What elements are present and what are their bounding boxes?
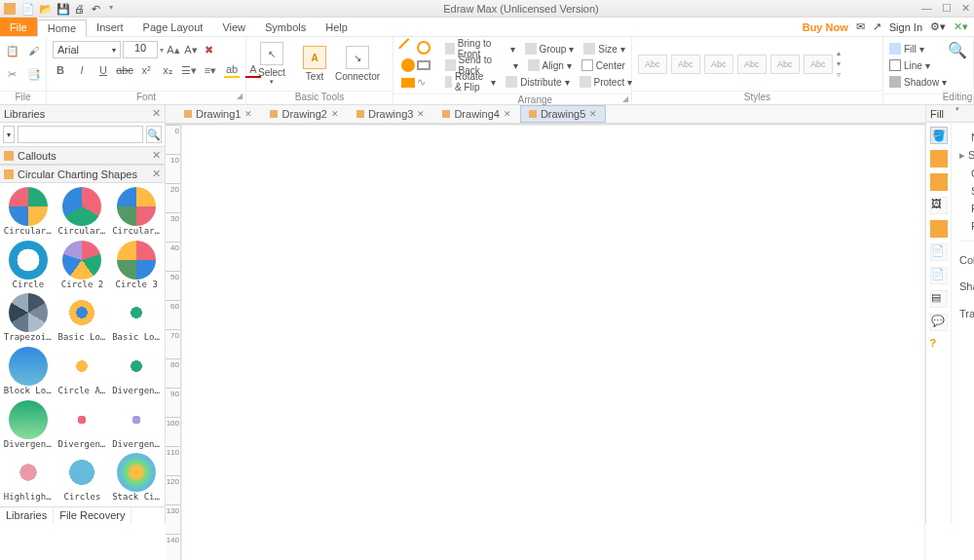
section-circular-charting[interactable]: Circular Charting Shapes✕: [0, 165, 165, 183]
shape-item[interactable]: Circles: [56, 453, 109, 503]
style-preset[interactable]: Abc: [737, 55, 767, 74]
fill-option[interactable]: Picture or texture fill: [959, 217, 974, 235]
format-painter-icon[interactable]: 🖌: [24, 41, 44, 60]
save-icon[interactable]: 💾: [56, 3, 68, 15]
font-launcher-icon[interactable]: ◢: [237, 92, 243, 100]
help-close-icon[interactable]: ✕▾: [954, 20, 968, 33]
maximize-button[interactable]: ☐: [942, 2, 952, 15]
style-preset[interactable]: Abc: [671, 55, 700, 74]
file-menu[interactable]: File: [0, 18, 37, 36]
clear-format-icon[interactable]: ✖: [201, 42, 216, 57]
curve-shape-icon[interactable]: ∿: [417, 76, 431, 90]
shape-item[interactable]: Highlight···: [2, 453, 55, 503]
minimize-button[interactable]: —: [921, 2, 932, 15]
shape-item[interactable]: Circular ···: [56, 187, 109, 237]
swatch-3-icon[interactable]: [930, 220, 948, 238]
shape-item[interactable]: Circular ···: [2, 187, 55, 237]
style-preset[interactable]: Abc: [770, 55, 800, 74]
tab-help[interactable]: Help: [316, 19, 357, 35]
print-icon[interactable]: 🖨: [74, 3, 86, 15]
arrange-launcher-icon[interactable]: ◢: [622, 94, 628, 103]
connector-tool[interactable]: ↘Connector: [338, 46, 377, 82]
shape-item[interactable]: Divergent···: [110, 400, 163, 450]
fill-tab-icon[interactable]: 🪣: [930, 127, 948, 144]
buy-now-link[interactable]: Buy Now: [803, 21, 848, 33]
doc-tab[interactable]: Drawing3✕: [348, 105, 433, 123]
mail-icon[interactable]: ✉: [856, 20, 865, 33]
find-icon[interactable]: 🔍: [948, 41, 967, 59]
fill-option[interactable]: Solid fill: [959, 146, 974, 165]
library-search-input[interactable]: [18, 126, 143, 143]
size-button[interactable]: Size ▾: [583, 41, 624, 56]
undo-icon[interactable]: ↶: [92, 3, 103, 15]
sign-in-link[interactable]: Sign In: [889, 21, 922, 33]
share-icon[interactable]: ↗: [873, 20, 881, 33]
paste-icon[interactable]: 📋: [3, 41, 22, 60]
shape-item[interactable]: Circle Ar···: [56, 347, 109, 396]
shape-item[interactable]: Trapezoid···: [2, 293, 55, 343]
fill-option[interactable]: Gradient fill: [959, 165, 974, 182]
dropdown-icon[interactable]: ▾: [109, 3, 121, 15]
shape-item[interactable]: Divergent···: [56, 400, 109, 450]
comment-icon[interactable]: 💬: [930, 314, 948, 331]
shrink-font-icon[interactable]: A▾: [183, 42, 199, 57]
doc-tab[interactable]: Drawing2✕: [261, 105, 347, 123]
doc-tab[interactable]: Drawing1✕: [175, 105, 261, 123]
distribute-button[interactable]: Distribute ▾: [506, 74, 569, 90]
close-libraries-icon[interactable]: ✕: [152, 107, 161, 120]
style-preset[interactable]: Abc: [704, 55, 733, 74]
superscript-button[interactable]: x²: [138, 62, 154, 78]
center-button[interactable]: Center: [581, 57, 625, 73]
swatch-1-icon[interactable]: [930, 150, 948, 168]
group-button[interactable]: Group ▾: [525, 41, 575, 56]
shape-item[interactable]: Divergent···: [110, 347, 163, 396]
circle-shape-icon[interactable]: [417, 41, 431, 55]
fill-dropdown[interactable]: Fill ▾: [889, 41, 924, 56]
shape-item[interactable]: Basic Loo···: [110, 293, 163, 343]
select-tool[interactable]: ↖Select▾: [252, 42, 291, 86]
strike-button[interactable]: abc: [117, 62, 132, 78]
tab-home[interactable]: Home: [37, 19, 87, 37]
expand-styles-icon[interactable]: ▿: [837, 70, 841, 79]
shape-item[interactable]: Circle: [2, 241, 55, 290]
bold-button[interactable]: B: [53, 62, 68, 78]
italic-button[interactable]: I: [74, 62, 90, 78]
drawing-canvas[interactable]: [181, 125, 925, 560]
fill-option[interactable]: Pattern fill: [959, 200, 974, 217]
doc-tab[interactable]: Drawing4✕: [433, 105, 519, 123]
line-shape-icon[interactable]: [399, 38, 419, 57]
shape-item[interactable]: Basic Loop: [56, 293, 109, 343]
tab-insert[interactable]: Insert: [87, 19, 133, 35]
align-button[interactable]: Align ▾: [528, 57, 572, 73]
picture-fill-icon[interactable]: 🖼: [930, 197, 948, 214]
line-dropdown[interactable]: Line ▾: [889, 57, 930, 73]
filled-circle-icon[interactable]: [401, 58, 415, 72]
rotate-flip-button[interactable]: Rotate & Flip ▾: [445, 74, 496, 90]
page2-icon[interactable]: 📄: [930, 267, 948, 284]
scroll-down-icon[interactable]: ▾: [837, 59, 841, 68]
section-callouts[interactable]: Callouts✕: [0, 146, 165, 165]
font-name-combo[interactable]: Arial▾: [53, 41, 121, 58]
tab-view[interactable]: View: [212, 19, 255, 35]
shape-item[interactable]: Divergent···: [2, 400, 55, 450]
grow-font-icon[interactable]: A▴: [166, 42, 181, 57]
underline-button[interactable]: U: [95, 62, 111, 78]
bullets-button[interactable]: ☰▾: [181, 62, 197, 78]
swatch-2-icon[interactable]: [930, 173, 948, 191]
line-spacing-button[interactable]: ≡▾: [203, 62, 218, 78]
fill-option[interactable]: No fill: [959, 129, 974, 146]
tab-libraries[interactable]: Libraries: [0, 507, 54, 524]
open-icon[interactable]: 📂: [39, 3, 51, 15]
style-preset[interactable]: Abc: [638, 55, 667, 74]
tab-page-layout[interactable]: Page Layout: [133, 19, 213, 35]
cut-icon[interactable]: ✂: [3, 64, 22, 84]
tab-file-recovery[interactable]: File Recovery: [54, 507, 131, 524]
search-icon[interactable]: 🔍: [146, 126, 162, 143]
rect-shape-icon[interactable]: [417, 60, 431, 70]
copy-icon[interactable]: 📑: [24, 64, 44, 84]
layers-icon[interactable]: ▤: [930, 290, 948, 308]
library-menu-icon[interactable]: ▾: [3, 126, 15, 143]
tab-symbols[interactable]: Symbols: [255, 19, 316, 35]
shadow-dropdown[interactable]: Shadow ▾: [889, 74, 947, 90]
text-tool[interactable]: AText: [295, 46, 334, 82]
